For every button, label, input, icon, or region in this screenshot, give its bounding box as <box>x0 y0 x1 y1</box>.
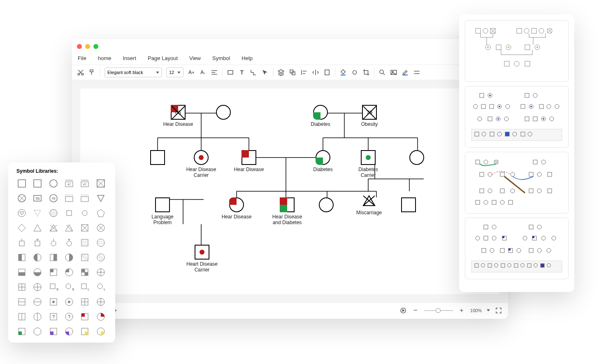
symbol-ci-qmark[interactable]: ? <box>64 311 74 322</box>
symbol-circle-x-2[interactable] <box>95 223 106 233</box>
symbol-ci-outline[interactable] <box>32 326 43 337</box>
node-hear-disease-65[interactable]: 65 Hear Disease <box>163 105 194 127</box>
menu-insert[interactable]: Insert <box>123 55 136 61</box>
zoom-value[interactable]: 100% <box>470 308 482 313</box>
symbol-sq-purple[interactable] <box>48 326 59 337</box>
symbol-sq-stem-2[interactable] <box>32 237 43 248</box>
layers-icon[interactable] <box>277 69 285 76</box>
symbol-triangle-slash[interactable] <box>64 223 74 233</box>
symbol-ci-hatch[interactable] <box>95 237 106 248</box>
zoom-out-icon[interactable]: − <box>412 307 419 314</box>
symbol-ci-purple[interactable] <box>64 326 74 337</box>
symbol-ci-stem-1[interactable] <box>48 237 59 248</box>
symbol-circle-triangle-down[interactable] <box>16 208 27 218</box>
canvas-area[interactable]: 65 Hear Disease Diabetes 79 Obesity Hear… <box>72 80 508 302</box>
symbol-triangle-down[interactable] <box>95 193 106 204</box>
symbol-sq-green[interactable] <box>16 326 27 337</box>
symbol-triangle-up[interactable] <box>32 223 43 233</box>
connector-icon[interactable] <box>250 69 257 76</box>
menu-view[interactable]: View <box>189 55 201 61</box>
font-select[interactable]: Elegant soft black <box>104 67 162 77</box>
template-thumb-3[interactable] <box>465 152 569 213</box>
symbol-square-x-2[interactable] <box>79 223 90 233</box>
node-female-blank-3[interactable] <box>319 197 334 214</box>
symbol-sq-4quad[interactable] <box>79 267 90 278</box>
symbol-circle-fill-light[interactable] <box>48 208 59 218</box>
node-hear-disease-low[interactable]: Hear Disease <box>221 197 252 220</box>
font-size-select[interactable]: 12 <box>166 67 183 77</box>
symbol-circle-70[interactable]: 70 <box>48 193 59 204</box>
text-tool-icon[interactable]: T <box>238 69 246 76</box>
menu-pagelayout[interactable]: Page Layout <box>148 55 178 61</box>
canvas[interactable]: 65 Hear Disease Diabetes 79 Obesity Hear… <box>80 88 500 294</box>
align-objects-icon[interactable] <box>300 69 308 76</box>
symbol-ci-4quad[interactable] <box>95 267 106 278</box>
symbol-dash-box-2[interactable] <box>79 193 90 204</box>
symbol-sq-half-left[interactable] <box>16 252 27 263</box>
symbol-ci-cross[interactable] <box>32 282 43 292</box>
node-male-blank-1[interactable] <box>150 150 165 167</box>
align-icon[interactable] <box>211 69 218 76</box>
node-diabetes-carrier[interactable]: Diabetes Carrier <box>353 150 384 179</box>
node-female-blank-1[interactable] <box>216 105 231 121</box>
presentation-icon[interactable] <box>399 307 407 314</box>
symbol-sq-hatch-2[interactable] <box>79 252 90 263</box>
close-button[interactable] <box>77 44 82 49</box>
symbol-circle-x[interactable] <box>16 193 27 204</box>
symbol-dash-box-1[interactable] <box>64 193 74 204</box>
fullscreen-icon[interactable] <box>495 307 502 314</box>
template-thumb-1[interactable] <box>465 20 569 82</box>
shadow-icon[interactable] <box>351 69 358 76</box>
node-diabetes-top[interactable]: Diabetes <box>305 105 336 127</box>
node-diabetes-mid[interactable]: Diabetes <box>307 150 339 172</box>
node-heart-disease-carrier-bottom[interactable]: Heart Disease Carrier <box>186 245 218 273</box>
flip-icon[interactable] <box>312 69 319 76</box>
symbol-sq-dot[interactable] <box>48 297 59 307</box>
symbol-sq-line[interactable] <box>16 297 27 307</box>
symbol-ci-v[interactable] <box>32 311 43 322</box>
symbol-circle-small[interactable] <box>79 208 90 218</box>
symbol-sq-red[interactable] <box>79 311 90 322</box>
symbol-diamond[interactable] <box>16 223 27 233</box>
pen-icon[interactable] <box>402 69 409 76</box>
symbol-square-small[interactable] <box>64 208 74 218</box>
shape-rect-icon[interactable] <box>227 69 234 76</box>
increase-font-icon[interactable]: A+ <box>188 69 195 76</box>
symbol-sq-qmark[interactable]: ? <box>48 311 59 322</box>
symbol-triangle-down-dash[interactable] <box>32 208 43 218</box>
node-hear-disease-and-diabetes[interactable]: Hear Disease and Diabetes <box>269 197 305 226</box>
zoom-in-icon[interactable]: + <box>458 307 465 314</box>
node-miscarriage[interactable]: Miscarriage <box>353 193 385 216</box>
node-hear-disease-mid[interactable]: Hear Disease <box>233 150 265 172</box>
page-size-icon[interactable] <box>323 69 331 76</box>
symbol-sq-half-bottom[interactable] <box>16 267 27 278</box>
symbol-date-box-2[interactable]: 47 <box>79 178 90 189</box>
symbol-triangle-x[interactable] <box>48 223 59 233</box>
symbol-ci-l[interactable]: L <box>95 282 106 292</box>
crop-icon[interactable] <box>362 69 370 76</box>
symbol-sq-hatch[interactable] <box>79 237 90 248</box>
symbol-circle[interactable] <box>48 178 59 189</box>
symbol-ci-red[interactable] <box>95 311 106 322</box>
symbol-sq-stem-1[interactable] <box>16 237 27 248</box>
symbol-sq-grid[interactable] <box>79 297 90 307</box>
symbol-ci-dot[interactable] <box>64 297 74 307</box>
node-hear-disease-carrier[interactable]: Hear Disease Carrier <box>186 150 217 179</box>
fill-color-icon[interactable] <box>339 69 347 76</box>
node-female-blank-2[interactable] <box>409 150 424 167</box>
menu-help[interactable]: Help <box>241 55 253 61</box>
symbol-sq-quarter-tl[interactable] <box>48 267 59 278</box>
symbol-ci-line[interactable] <box>32 297 43 307</box>
maximize-button[interactable] <box>93 44 98 49</box>
symbol-ci-quarter-tl[interactable] <box>64 267 74 278</box>
node-language-problem[interactable]: Language Problem <box>147 197 178 226</box>
symbol-ci-yellow[interactable] <box>95 326 106 337</box>
symbol-pentagon[interactable] <box>95 208 106 218</box>
group-icon[interactable] <box>289 69 296 76</box>
symbol-sq-l[interactable]: L <box>79 282 90 292</box>
template-thumb-4[interactable] <box>465 218 569 279</box>
symbol-square-2[interactable] <box>32 178 43 189</box>
menu-file[interactable]: File <box>78 55 86 61</box>
symbol-sq-s[interactable]: S <box>48 282 59 292</box>
symbol-ci-grid[interactable] <box>95 297 106 307</box>
